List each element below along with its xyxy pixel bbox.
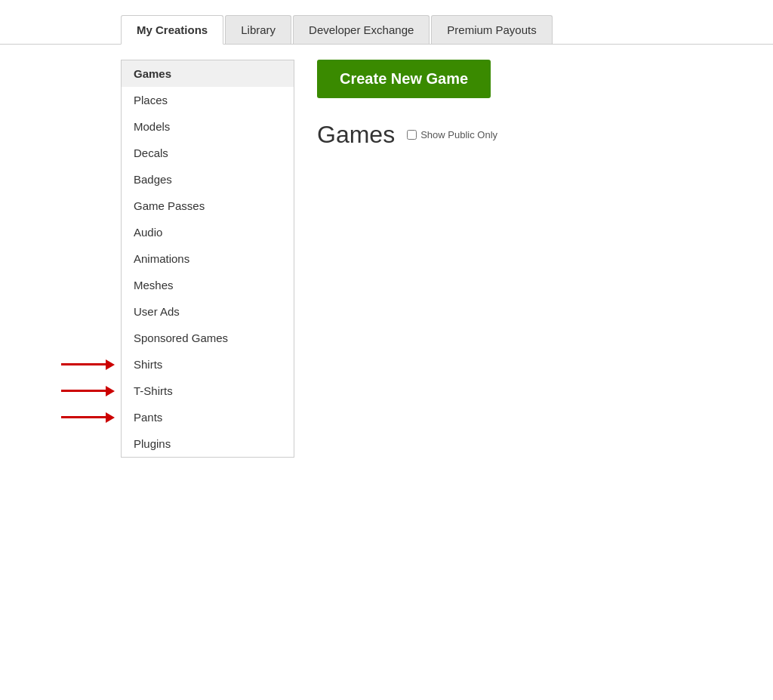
section-title-row: Games Show Public Only [317, 121, 750, 149]
page-wrapper: My Creations Library Developer Exchange … [0, 0, 773, 458]
arrow-line [61, 390, 106, 392]
create-new-game-button[interactable]: Create New Game [317, 60, 491, 98]
section-title: Games [317, 121, 395, 149]
arrow-shirts [61, 359, 115, 370]
sidebar-item-meshes[interactable]: Meshes [122, 272, 294, 298]
sidebar-item-game-passes[interactable]: Game Passes [122, 193, 294, 219]
arrow-head [106, 386, 115, 396]
sidebar-item-decals[interactable]: Decals [122, 140, 294, 166]
sidebar: Games Places Models Decals Badges Game P… [121, 60, 294, 458]
tab-premium-payouts[interactable]: Premium Payouts [431, 15, 552, 44]
arrow-line [61, 416, 106, 418]
sidebar-item-pants[interactable]: Pants [122, 404, 294, 430]
sidebar-item-badges[interactable]: Badges [122, 166, 294, 193]
tab-library[interactable]: Library [225, 15, 291, 44]
sidebar-item-animations[interactable]: Animations [122, 245, 294, 272]
sidebar-item-models[interactable]: Models [122, 113, 294, 140]
sidebar-item-t-shirts[interactable]: T-Shirts [122, 378, 294, 404]
arrow-pants [61, 412, 115, 423]
sidebar-item-games[interactable]: Games [122, 60, 294, 87]
arrow-t-shirts [61, 386, 115, 396]
arrow-head [106, 412, 115, 423]
sidebar-item-places[interactable]: Places [122, 87, 294, 113]
main-panel: Create New Game Games Show Public Only [294, 60, 773, 458]
show-public-only-checkbox[interactable] [407, 130, 417, 140]
sidebar-item-audio[interactable]: Audio [122, 219, 294, 245]
sidebar-item-plugins[interactable]: Plugins [122, 430, 294, 457]
tabs-bar: My Creations Library Developer Exchange … [0, 15, 773, 45]
tab-developer-exchange[interactable]: Developer Exchange [293, 15, 430, 44]
sidebar-item-user-ads[interactable]: User Ads [122, 298, 294, 325]
sidebar-item-shirts[interactable]: Shirts [122, 351, 294, 378]
tab-my-creations[interactable]: My Creations [121, 15, 223, 45]
content-area: Games Places Models Decals Badges Game P… [0, 60, 773, 458]
sidebar-item-sponsored-games[interactable]: Sponsored Games [122, 325, 294, 351]
arrow-head [106, 359, 115, 370]
show-public-only-label[interactable]: Show Public Only [407, 129, 497, 140]
arrow-line [61, 363, 106, 365]
show-public-only-text: Show Public Only [420, 129, 497, 140]
